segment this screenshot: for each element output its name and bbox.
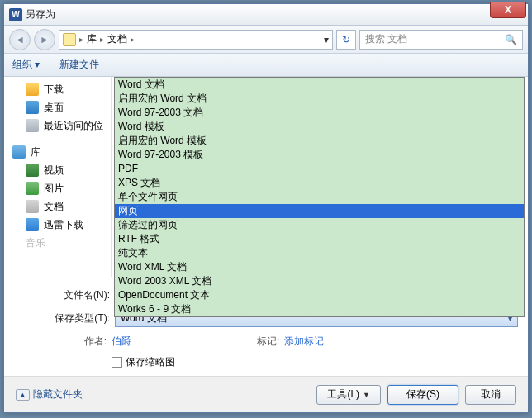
- filetype-option[interactable]: RTF 格式: [115, 232, 524, 246]
- save-thumbnail-checkbox[interactable]: [112, 357, 122, 368]
- refresh-button[interactable]: ↻: [336, 30, 356, 50]
- back-button[interactable]: ◄: [9, 29, 31, 50]
- hide-folders-label: 隐藏文件夹: [33, 387, 83, 401]
- filetype-option[interactable]: XPS 文档: [115, 176, 524, 190]
- video-icon: [26, 164, 39, 177]
- filetype-option[interactable]: Word XML 文档: [115, 260, 524, 274]
- navbar: ◄ ► ▸ 库 ▸ 文档 ▸ ▾ ↻ 搜索 文档 🔍: [4, 26, 528, 54]
- library-icon: [12, 145, 26, 159]
- breadcrumb[interactable]: ▸ 库 ▸ 文档 ▸ ▾: [59, 30, 333, 50]
- search-icon[interactable]: 🔍: [505, 34, 517, 45]
- thumbnail-row: 保存缩略图: [4, 349, 528, 369]
- dropdown-icon: ▼: [363, 391, 370, 399]
- filetype-option[interactable]: Word 97-2003 模板: [115, 148, 524, 162]
- recent-icon: [26, 119, 39, 132]
- sidebar-item-library[interactable]: 库: [4, 143, 111, 161]
- filetype-option[interactable]: Works 6 - 9 文档: [115, 302, 524, 316]
- savetype-label: 保存类型(T):: [14, 311, 110, 325]
- filetype-option[interactable]: Word 2003 XML 文档: [115, 274, 524, 288]
- save-label: 保存(S): [406, 387, 439, 401]
- filename-label: 文件名(N):: [14, 288, 110, 302]
- toolbar: 组织 ▾ 新建文件: [4, 54, 528, 77]
- sidebar-item-music[interactable]: 音乐: [4, 234, 111, 252]
- breadcrumb-sep: ▸: [131, 35, 135, 44]
- search-placeholder: 搜索 文档: [365, 32, 407, 46]
- tags-value[interactable]: 添加标记: [284, 335, 324, 349]
- filetype-option[interactable]: 单个文件网页: [115, 190, 524, 204]
- save-as-dialog: W 另存为 X ◄ ► ▸ 库 ▸ 文档 ▸ ▾ ↻ 搜索 文档 🔍 组织 ▾ …: [3, 3, 529, 413]
- sidebar-item-label: 文档: [44, 200, 64, 214]
- filetype-option[interactable]: Word 文档: [115, 78, 524, 92]
- breadcrumb-item[interactable]: 文档: [107, 32, 127, 46]
- breadcrumb-root[interactable]: 库: [87, 32, 97, 46]
- filetype-option[interactable]: OpenDocument 文本: [115, 288, 524, 302]
- sidebar-item-documents[interactable]: 文档: [4, 197, 111, 216]
- new-folder-button[interactable]: 新建文件: [59, 58, 99, 72]
- sidebar-item-xunlei[interactable]: 迅雷下载: [4, 216, 111, 234]
- sidebar-item-pictures[interactable]: 图片: [4, 179, 111, 197]
- desktop-icon: [26, 101, 39, 114]
- organize-button[interactable]: 组织 ▾: [12, 58, 40, 72]
- sidebar-item-downloads[interactable]: 下载: [4, 80, 111, 98]
- expand-icon: ▲: [16, 389, 30, 401]
- sidebar-item-label: 桌面: [44, 101, 64, 115]
- cancel-button[interactable]: 取消: [465, 385, 516, 405]
- breadcrumb-sep: ▸: [79, 35, 83, 44]
- filetype-option[interactable]: 网页: [115, 204, 524, 218]
- filetype-dropdown[interactable]: Word 文档启用宏的 Word 文档Word 97-2003 文档Word 模…: [114, 77, 525, 317]
- close-button[interactable]: X: [490, 2, 526, 18]
- hide-folders-toggle[interactable]: ▲ 隐藏文件夹: [16, 387, 83, 401]
- filetype-option[interactable]: 启用宏的 Word 文档: [115, 92, 524, 106]
- author-label: 作者:: [14, 335, 107, 349]
- filetype-option[interactable]: Word 97-2003 文档: [115, 106, 524, 120]
- footer: ▲ 隐藏文件夹 工具(L) ▼ 保存(S) 取消: [4, 376, 528, 412]
- sidebar-item-label: 迅雷下载: [44, 218, 83, 232]
- search-box[interactable]: 搜索 文档 🔍: [359, 30, 523, 50]
- author-value[interactable]: 伯爵: [112, 335, 131, 349]
- filetype-option[interactable]: 启用宏的 Word 模板: [115, 134, 524, 148]
- download-icon: [26, 83, 39, 96]
- forward-button[interactable]: ►: [34, 29, 55, 50]
- metadata-row: 作者: 伯爵 标记: 添加标记: [4, 330, 528, 349]
- pictures-icon: [26, 182, 39, 195]
- filetype-option[interactable]: Word 模板: [115, 120, 524, 134]
- save-button[interactable]: 保存(S): [387, 385, 458, 405]
- filetype-option[interactable]: 纯文本: [115, 246, 524, 260]
- sidebar-item-desktop[interactable]: 桌面: [4, 98, 111, 116]
- sidebar-item-label: 图片: [44, 182, 64, 196]
- documents-icon: [26, 200, 39, 213]
- folder-icon: [63, 33, 76, 46]
- cancel-label: 取消: [481, 387, 501, 401]
- sidebar-item-label: 库: [31, 145, 40, 159]
- sidebar-item-label: 下载: [44, 83, 64, 97]
- sidebar: 下载 桌面 最近访问的位 库 视频 图片 文档 迅雷下载 音乐: [4, 77, 112, 277]
- breadcrumb-sep: ▸: [100, 35, 104, 44]
- titlebar: W 另存为 X: [4, 4, 528, 26]
- tools-button[interactable]: 工具(L) ▼: [316, 385, 381, 405]
- sidebar-item-recent[interactable]: 最近访问的位: [4, 116, 111, 135]
- breadcrumb-dropdown[interactable]: ▾: [324, 34, 329, 45]
- word-icon: W: [9, 8, 22, 21]
- filetype-option[interactable]: 筛选过的网页: [115, 218, 524, 232]
- title: 另存为: [26, 7, 55, 21]
- sidebar-item-label: 最近访问的位: [44, 119, 103, 133]
- save-thumbnail-label: 保存缩略图: [126, 355, 175, 369]
- tags-label: 标记:: [257, 335, 279, 349]
- sidebar-item-video[interactable]: 视频: [4, 161, 111, 179]
- filetype-option[interactable]: PDF: [115, 162, 524, 176]
- body: 下载 桌面 最近访问的位 库 视频 图片 文档 迅雷下载 音乐 Word 文档启…: [4, 77, 528, 277]
- sidebar-item-label: 视频: [44, 164, 64, 178]
- sidebar-item-label: 音乐: [26, 236, 45, 250]
- tools-label: 工具(L): [327, 387, 359, 401]
- xunlei-icon: [26, 218, 39, 231]
